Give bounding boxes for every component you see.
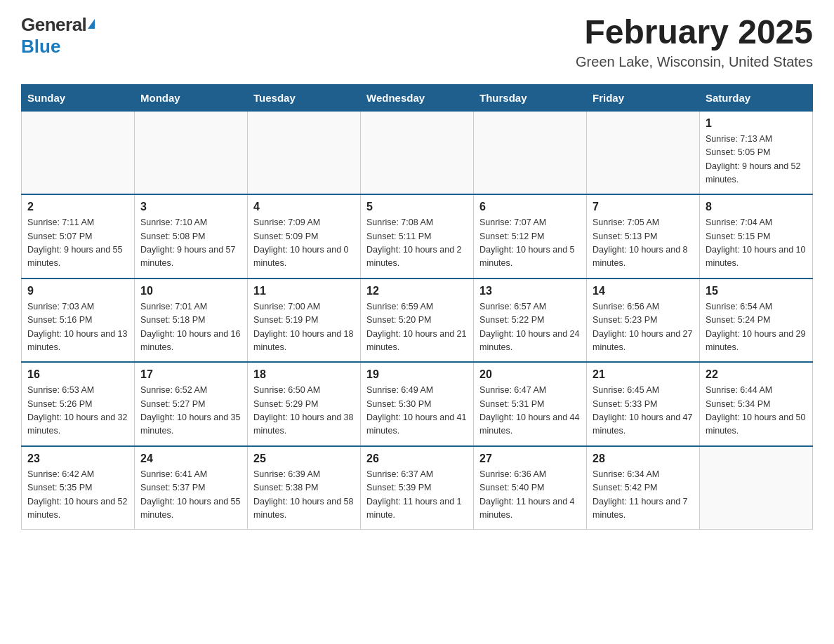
day-info: Sunrise: 6:59 AMSunset: 5:20 PMDaylight:… [366,300,468,355]
day-info: Sunrise: 6:45 AMSunset: 5:33 PMDaylight:… [593,384,694,438]
day-info: Sunrise: 6:49 AMSunset: 5:30 PMDaylight:… [366,384,468,438]
calendar-day-cell [474,111,587,194]
calendar-day-cell [248,111,361,194]
calendar-day-cell: 16Sunrise: 6:53 AMSunset: 5:26 PMDayligh… [22,362,135,446]
day-number: 19 [366,368,468,381]
calendar-day-cell: 24Sunrise: 6:41 AMSunset: 5:37 PMDayligh… [135,446,248,530]
day-number: 27 [479,452,581,465]
day-info: Sunrise: 7:13 AMSunset: 5:05 PMDaylight:… [706,133,807,187]
day-number: 11 [253,285,355,297]
calendar-week-row: 1Sunrise: 7:13 AMSunset: 5:05 PMDaylight… [22,111,813,194]
day-info: Sunrise: 6:50 AMSunset: 5:29 PMDaylight:… [253,384,355,438]
day-info: Sunrise: 7:09 AMSunset: 5:09 PMDaylight:… [253,216,355,271]
day-info: Sunrise: 7:01 AMSunset: 5:18 PMDaylight:… [140,300,241,355]
logo-general-text: General [21,14,86,36]
day-number: 16 [27,368,128,381]
calendar-day-cell [22,111,135,194]
day-number: 15 [706,285,807,297]
calendar-day-cell: 9Sunrise: 7:03 AMSunset: 5:16 PMDaylight… [22,279,135,363]
calendar-day-cell: 7Sunrise: 7:05 AMSunset: 5:13 PMDaylight… [587,194,700,279]
day-number: 26 [366,452,468,465]
calendar-day-cell: 18Sunrise: 6:50 AMSunset: 5:29 PMDayligh… [248,362,361,446]
day-info: Sunrise: 7:00 AMSunset: 5:19 PMDaylight:… [253,300,355,355]
calendar-day-cell [135,111,248,194]
calendar-day-cell: 4Sunrise: 7:09 AMSunset: 5:09 PMDaylight… [248,194,361,279]
calendar-day-cell: 25Sunrise: 6:39 AMSunset: 5:38 PMDayligh… [248,446,361,530]
calendar-header-saturday: Saturday [700,84,813,111]
day-info: Sunrise: 7:03 AMSunset: 5:16 PMDaylight:… [27,300,128,355]
day-number: 28 [593,452,694,465]
day-info: Sunrise: 6:42 AMSunset: 5:35 PMDaylight:… [27,468,128,523]
calendar-day-cell: 8Sunrise: 7:04 AMSunset: 5:15 PMDaylight… [700,194,813,279]
day-number: 22 [706,368,807,381]
logo-blue-text: Blue [21,36,60,57]
day-info: Sunrise: 6:53 AMSunset: 5:26 PMDaylight:… [27,384,128,438]
calendar-header-friday: Friday [587,84,700,111]
calendar-day-cell: 19Sunrise: 6:49 AMSunset: 5:30 PMDayligh… [361,362,474,446]
calendar-day-cell: 5Sunrise: 7:08 AMSunset: 5:11 PMDaylight… [361,194,474,279]
calendar-day-cell [361,111,474,194]
title-area: February 2025 Green Lake, Wisconsin, Uni… [576,14,813,70]
month-title: February 2025 [576,14,813,51]
calendar-day-cell: 13Sunrise: 6:57 AMSunset: 5:22 PMDayligh… [474,279,587,363]
calendar-day-cell [587,111,700,194]
day-info: Sunrise: 6:36 AMSunset: 5:40 PMDaylight:… [479,468,581,523]
day-info: Sunrise: 7:08 AMSunset: 5:11 PMDaylight:… [366,216,468,271]
day-number: 17 [140,368,241,381]
day-number: 4 [253,201,355,213]
calendar-week-row: 9Sunrise: 7:03 AMSunset: 5:16 PMDaylight… [22,279,813,363]
day-number: 3 [140,201,241,213]
day-number: 20 [479,368,581,381]
calendar-week-row: 2Sunrise: 7:11 AMSunset: 5:07 PMDaylight… [22,194,813,279]
calendar-day-cell: 22Sunrise: 6:44 AMSunset: 5:34 PMDayligh… [700,362,813,446]
day-info: Sunrise: 6:37 AMSunset: 5:39 PMDaylight:… [366,468,468,523]
day-info: Sunrise: 7:11 AMSunset: 5:07 PMDaylight:… [27,216,128,271]
day-number: 18 [253,368,355,381]
day-info: Sunrise: 7:05 AMSunset: 5:13 PMDaylight:… [593,216,694,271]
calendar-day-cell: 20Sunrise: 6:47 AMSunset: 5:31 PMDayligh… [474,362,587,446]
calendar-header-monday: Monday [135,84,248,111]
calendar-header-tuesday: Tuesday [248,84,361,111]
day-number: 9 [27,285,128,297]
calendar-day-cell: 28Sunrise: 6:34 AMSunset: 5:42 PMDayligh… [587,446,700,530]
day-number: 12 [366,285,468,297]
calendar-day-cell: 27Sunrise: 6:36 AMSunset: 5:40 PMDayligh… [474,446,587,530]
day-info: Sunrise: 6:57 AMSunset: 5:22 PMDaylight:… [479,300,581,355]
calendar-day-cell: 21Sunrise: 6:45 AMSunset: 5:33 PMDayligh… [587,362,700,446]
day-number: 24 [140,452,241,465]
calendar-day-cell: 14Sunrise: 6:56 AMSunset: 5:23 PMDayligh… [587,279,700,363]
calendar-week-row: 16Sunrise: 6:53 AMSunset: 5:26 PMDayligh… [22,362,813,446]
day-number: 13 [479,285,581,297]
day-info: Sunrise: 6:34 AMSunset: 5:42 PMDaylight:… [593,468,694,523]
day-number: 14 [593,285,694,297]
calendar-day-cell: 26Sunrise: 6:37 AMSunset: 5:39 PMDayligh… [361,446,474,530]
calendar-day-cell: 17Sunrise: 6:52 AMSunset: 5:27 PMDayligh… [135,362,248,446]
calendar-header-sunday: Sunday [22,84,135,111]
day-number: 6 [479,201,581,213]
calendar-header-thursday: Thursday [474,84,587,111]
day-number: 21 [593,368,694,381]
day-number: 2 [27,201,128,213]
day-info: Sunrise: 6:41 AMSunset: 5:37 PMDaylight:… [140,468,241,523]
calendar-day-cell: 15Sunrise: 6:54 AMSunset: 5:24 PMDayligh… [700,279,813,363]
day-info: Sunrise: 6:39 AMSunset: 5:38 PMDaylight:… [253,468,355,523]
calendar-header-row: SundayMondayTuesdayWednesdayThursdayFrid… [22,84,813,111]
logo-arrow-icon [88,19,95,29]
day-info: Sunrise: 7:10 AMSunset: 5:08 PMDaylight:… [140,216,241,271]
location-title: Green Lake, Wisconsin, United States [576,54,813,70]
calendar-day-cell: 6Sunrise: 7:07 AMSunset: 5:12 PMDaylight… [474,194,587,279]
day-number: 7 [593,201,694,213]
calendar-day-cell: 12Sunrise: 6:59 AMSunset: 5:20 PMDayligh… [361,279,474,363]
day-info: Sunrise: 6:52 AMSunset: 5:27 PMDaylight:… [140,384,241,438]
calendar-day-cell: 2Sunrise: 7:11 AMSunset: 5:07 PMDaylight… [22,194,135,279]
day-number: 5 [366,201,468,213]
day-number: 23 [27,452,128,465]
day-info: Sunrise: 6:44 AMSunset: 5:34 PMDaylight:… [706,384,807,438]
day-number: 8 [706,201,807,213]
calendar-day-cell: 11Sunrise: 7:00 AMSunset: 5:19 PMDayligh… [248,279,361,363]
day-number: 1 [706,117,807,130]
day-info: Sunrise: 6:47 AMSunset: 5:31 PMDaylight:… [479,384,581,438]
calendar-day-cell: 3Sunrise: 7:10 AMSunset: 5:08 PMDaylight… [135,194,248,279]
day-number: 25 [253,452,355,465]
calendar-day-cell: 23Sunrise: 6:42 AMSunset: 5:35 PMDayligh… [22,446,135,530]
